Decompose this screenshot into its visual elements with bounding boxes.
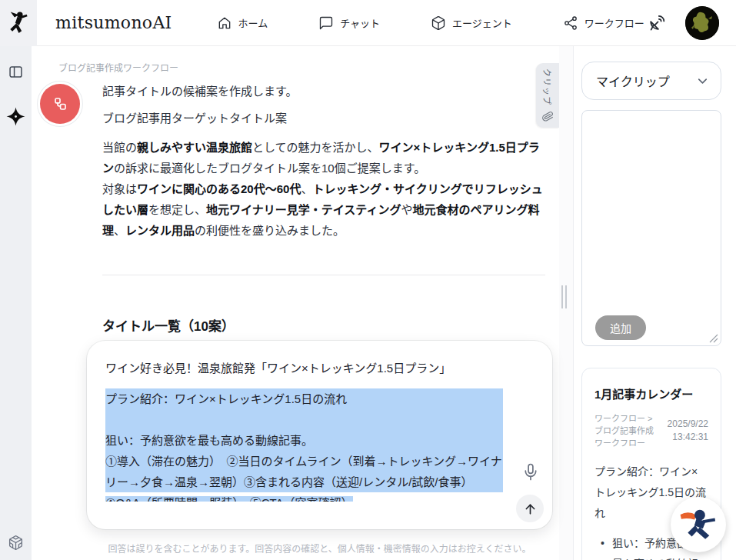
mic-button[interactable]: [521, 462, 540, 482]
clip-card-breadcrumb: ワークフロー > ブログ記事作成 ワークフロー: [594, 412, 654, 449]
clips-panel: マイクリップ 追加 1月記事カレンダー ワークフロー > ブログ記事作成 ワーク…: [573, 46, 736, 560]
mascot-button[interactable]: [671, 497, 726, 552]
disclaimer-text: 回答は誤りを含むことがあります。回答内容の確認と、個人情報・機密情報の入力はお控…: [87, 542, 552, 555]
sparkle-icon: [5, 106, 26, 127]
panel-drag-handle[interactable]: [561, 285, 567, 308]
nav-item-workflow[interactable]: ワークフロー: [563, 15, 644, 31]
bot-avatar: [40, 84, 80, 124]
composer-input[interactable]: ワイン好き必見！温泉旅館発「ワイン×トレッキング1.5日プラン」 プラン紹介：ワ…: [105, 358, 503, 502]
message-line: 記事タイトルの候補案を作成します。: [102, 84, 546, 98]
nav-label: ワークフロー: [584, 15, 644, 30]
logo-mark: [0, 0, 37, 46]
message-paragraph: 対象はワインに関心のある20代〜60代、トレッキング・サイクリングでリフレッシュ…: [102, 178, 546, 241]
ninja-logo-icon: [8, 10, 28, 36]
main-navigation: ホーム チャット エージェント: [217, 15, 644, 31]
send-button[interactable]: [516, 495, 544, 522]
nav-item-chat[interactable]: チャット: [318, 15, 380, 31]
clip-side-tab[interactable]: クリップ: [536, 63, 559, 128]
composer-card: ワイン好き必見！温泉旅館発「ワイン×トレッキング1.5日プラン」 プラン紹介：ワ…: [87, 341, 552, 529]
user-avatar[interactable]: [685, 6, 719, 40]
nav-item-home[interactable]: ホーム: [217, 15, 268, 31]
app-root: mitsumonoAI ホーム チャット: [0, 0, 736, 560]
nav-item-agent[interactable]: エージェント: [431, 15, 512, 31]
composer-line: ④Q&A（所要時間、服装） ⑤CTA（空室確認）: [105, 492, 503, 502]
ninja-mascot-icon: [678, 505, 718, 545]
composer-selected-tail: ④Q&A（所要時間、服装） ⑤CTA（空室確認）: [105, 496, 353, 502]
sidebar-toggle-button[interactable]: [0, 60, 32, 83]
sandbox-button[interactable]: [0, 531, 32, 554]
section-heading: タイトル一覧（10案）: [102, 315, 235, 335]
codesandbox-icon: [8, 535, 24, 551]
top-navigation-bar: mitsumonoAI ホーム チャット: [0, 0, 736, 46]
message-paragraph: 当館の親しみやすい温泉旅館としての魅力を活かし、ワイン×トレッキング1.5日プラ…: [102, 137, 546, 178]
assistant-button[interactable]: [0, 105, 32, 128]
mic-icon: [521, 462, 540, 482]
nav-label: チャット: [340, 15, 380, 30]
nav-label: ホーム: [238, 15, 268, 30]
clip-card-timestamp: 2025/9/22 13:42:31: [668, 418, 708, 444]
composer-selected-text: プラン紹介：ワイン×トレッキング1.5日の流れ 狙い：予約意欲を最も高める動線記…: [105, 388, 503, 492]
nav-label: エージェント: [452, 15, 512, 30]
add-clip-button[interactable]: 追加: [595, 315, 646, 340]
paperclip-icon: [541, 109, 554, 123]
clip-tab-label: クリップ: [541, 68, 554, 105]
workflow-share-icon: [563, 15, 578, 31]
clip-card-title: 1月記事カレンダー: [594, 385, 708, 402]
bullet-marker: •: [601, 533, 604, 560]
left-icon-rail: [0, 46, 32, 560]
chat-icon: [318, 15, 334, 31]
my-clips-label: マイクリップ: [596, 72, 695, 90]
composer-line: ワイン好き必見！温泉旅館発「ワイン×トレッキング1.5日プラン」: [105, 358, 503, 378]
app-title: mitsumonoAI: [55, 13, 172, 32]
chevron-down-icon: [695, 74, 710, 88]
panel-divider: [559, 46, 573, 560]
arrow-up-icon: [523, 502, 538, 516]
sidebar-toggle-icon: [8, 64, 24, 80]
agent-cube-icon: [431, 15, 446, 31]
clip-card-meta: ワークフロー > ブログ記事作成 ワークフロー 2025/9/22 13:42:…: [594, 412, 708, 449]
workflow-breadcrumb-label: ブログ記事作成ワークフロー: [58, 61, 178, 74]
message-line: ブログ記事用ターゲットタイトル案: [102, 111, 546, 125]
assistant-message: 記事タイトルの候補案を作成します。 ブログ記事用ターゲットタイトル案 当館の親し…: [102, 84, 546, 241]
satellite-icon[interactable]: [647, 13, 667, 33]
clip-input-area[interactable]: 追加: [581, 110, 721, 346]
resize-handle-icon[interactable]: [709, 334, 718, 343]
my-clips-dropdown[interactable]: マイクリップ: [581, 62, 721, 100]
top-right-controls: [647, 6, 736, 40]
message-divider: [102, 275, 545, 275]
workflow-node-icon: [50, 94, 70, 114]
home-icon: [217, 15, 232, 31]
